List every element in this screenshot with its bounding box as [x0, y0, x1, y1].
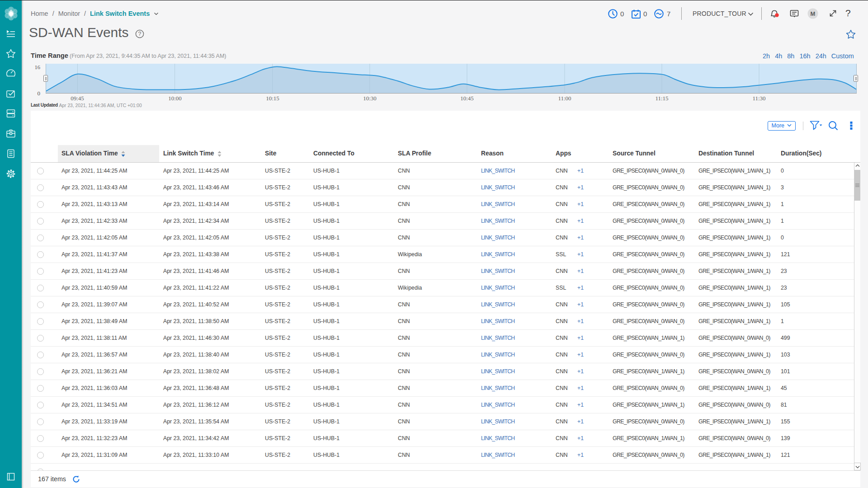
svg-text:M: M	[811, 10, 816, 17]
svg-text:?: ?	[138, 31, 142, 37]
